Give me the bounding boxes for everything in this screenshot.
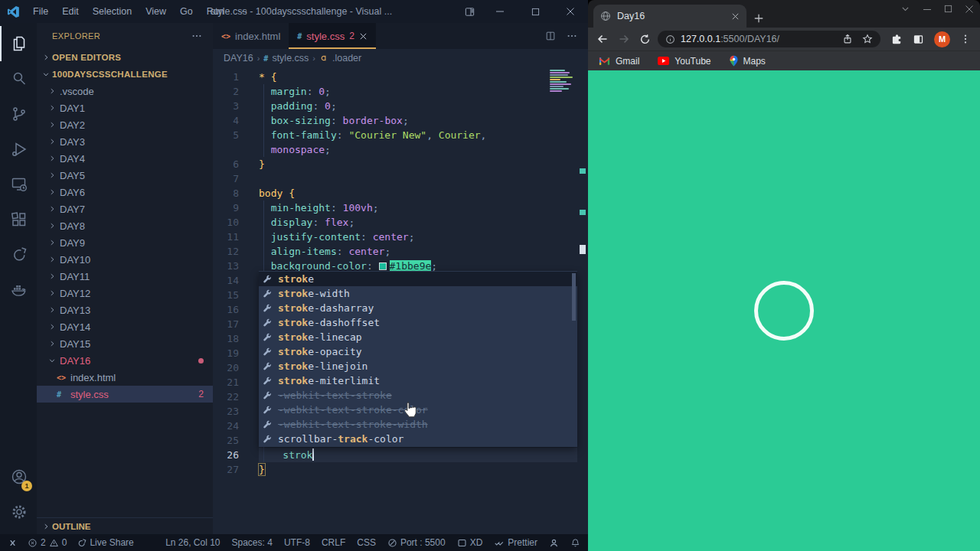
folder-day16[interactable]: DAY16 <box>37 352 213 369</box>
source-control-icon[interactable] <box>0 96 37 132</box>
layout-toggle-icon[interactable] <box>456 0 482 23</box>
prettier[interactable]: Prettier <box>494 537 537 548</box>
folder-day1[interactable]: DAY1 <box>37 99 213 116</box>
suggestion-stroke-opacity[interactable]: stroke-opacity <box>259 344 577 359</box>
folder-day5[interactable]: DAY5 <box>37 167 213 184</box>
settings-gear-icon[interactable] <box>0 494 37 530</box>
suggestion-stroke-linejoin[interactable]: stroke-linejoin <box>259 359 577 373</box>
bookmark-maps[interactable]: Maps <box>730 55 766 67</box>
menu-go[interactable]: Go <box>173 0 200 23</box>
extensions-puzzle-icon[interactable] <box>891 34 903 45</box>
menu-selection[interactable]: Selection <box>86 0 139 23</box>
outline-section[interactable]: OUTLINE <box>37 517 213 534</box>
browser-tab[interactable]: Day16 <box>593 5 746 28</box>
folder-day12[interactable]: DAY12 <box>37 285 213 302</box>
more-actions-icon[interactable] <box>567 31 577 41</box>
suggestion-stroke-linecap[interactable]: stroke-linecap <box>259 330 577 344</box>
live-share-icon[interactable] <box>0 237 37 272</box>
indentation[interactable]: Spaces: 4 <box>232 537 273 548</box>
folder-day9[interactable]: DAY9 <box>37 234 213 251</box>
breadcrumb-symbol[interactable]: .loader <box>332 53 361 64</box>
side-panel-icon[interactable] <box>913 34 924 45</box>
suggestion--webkit-text-stroke-width[interactable]: -webkit-text-stroke-width <box>259 417 577 432</box>
file-index-html[interactable]: <>index.html <box>37 369 213 386</box>
encoding[interactable]: UTF-8 <box>284 537 310 548</box>
suggestion-scrollbar-track-color[interactable]: scrollbar-track-color <box>259 432 577 446</box>
problems-status[interactable]: 2 0 <box>28 537 67 548</box>
suggestion-stroke[interactable]: stroke <box>259 272 577 286</box>
minimize-button[interactable] <box>923 5 932 14</box>
run-debug-icon[interactable] <box>0 132 37 167</box>
tab-index-html[interactable]: <> index.html <box>213 23 289 49</box>
breadcrumb-file[interactable]: style.css <box>272 53 309 64</box>
close-button[interactable] <box>553 0 588 23</box>
tab-close-icon[interactable] <box>359 32 368 41</box>
docker-icon[interactable] <box>0 272 37 308</box>
folder-day7[interactable]: DAY7 <box>37 201 213 217</box>
folder-day10[interactable]: DAY10 <box>37 251 213 268</box>
tab-style-css[interactable]: # style.css 2 <box>289 23 376 49</box>
kebab-menu-icon[interactable] <box>960 34 971 44</box>
cursor-position[interactable]: Ln 26, Col 10 <box>165 537 220 548</box>
extensions-icon[interactable] <box>0 202 37 237</box>
menu-view[interactable]: View <box>139 0 173 23</box>
url-bar[interactable]: 127.0.0.1:5500/DAY16/ <box>658 31 880 47</box>
account-icon[interactable]: 1 <box>0 459 37 494</box>
live-server-port[interactable]: Port : 5500 <box>387 537 446 548</box>
suggestion--webkit-text-stroke[interactable]: -webkit-text-stroke <box>259 388 577 403</box>
close-button[interactable] <box>965 5 974 14</box>
suggestion-stroke-miterlimit[interactable]: stroke-miterlimit <box>259 373 577 388</box>
folder-day11[interactable]: DAY11 <box>37 268 213 285</box>
folder-day13[interactable]: DAY13 <box>37 302 213 318</box>
folder-day3[interactable]: DAY3 <box>37 133 213 150</box>
folder-day8[interactable]: DAY8 <box>37 217 213 234</box>
folder-day4[interactable]: DAY4 <box>37 150 213 167</box>
site-info-icon[interactable] <box>665 34 675 44</box>
eol[interactable]: CRLF <box>322 537 345 548</box>
menu-edit[interactable]: Edit <box>55 0 86 23</box>
project-root-section[interactable]: 100DAYSCSSCHALLENGE <box>37 66 213 83</box>
folder-day14[interactable]: DAY14 <box>37 318 213 335</box>
dropdown-scrollbar[interactable] <box>572 273 576 321</box>
feedback[interactable] <box>549 538 559 548</box>
open-editors-section[interactable]: OPEN EDITORS <box>37 49 213 66</box>
back-icon[interactable] <box>594 33 611 45</box>
folder-day6[interactable]: DAY6 <box>37 184 213 201</box>
bookmark-youtube[interactable]: YouTube <box>658 56 710 67</box>
suggestion--webkit-text-stroke-color[interactable]: -webkit-text-stroke-color <box>259 403 577 417</box>
maximize-button[interactable] <box>944 5 952 13</box>
suggestion-label: stroke <box>278 272 314 286</box>
share-icon[interactable] <box>842 34 853 44</box>
folder-day15[interactable]: DAY15 <box>37 335 213 352</box>
language-mode[interactable]: CSS <box>357 537 376 548</box>
bookmark-star-icon[interactable] <box>862 34 873 44</box>
explorer-actions-icon[interactable] <box>191 31 202 41</box>
suggestion-stroke-width[interactable]: stroke-width <box>259 286 577 301</box>
remote-explorer-icon[interactable] <box>0 167 37 202</box>
forward-icon[interactable] <box>616 33 632 45</box>
maximize-button[interactable] <box>518 0 553 23</box>
new-tab-icon[interactable] <box>753 13 764 24</box>
remote-indicator-icon[interactable] <box>8 538 18 548</box>
tab-close-icon[interactable] <box>731 12 740 21</box>
search-icon[interactable] <box>0 61 37 96</box>
bookmark-gmail[interactable]: Gmail <box>599 56 639 67</box>
explorer-icon[interactable] <box>0 26 37 61</box>
folder-day2[interactable]: DAY2 <box>37 116 213 133</box>
split-editor-icon[interactable] <box>545 31 556 41</box>
file-style-css[interactable]: #style.css2 <box>37 386 213 403</box>
suggestion-stroke-dasharray[interactable]: stroke-dasharray <box>259 301 577 315</box>
menu-file[interactable]: File <box>26 0 55 23</box>
chevron-down-icon[interactable] <box>900 4 910 14</box>
code-editor[interactable]: 1* {2 margin: 0;3 padding: 0;4 box-sizin… <box>213 67 588 534</box>
suggestion-stroke-dashoffset[interactable]: stroke-dashoffset <box>259 315 577 330</box>
xd-extension[interactable]: XD <box>457 537 483 548</box>
breadcrumb-folder[interactable]: DAY16 <box>224 53 253 64</box>
live-share-status[interactable]: Live Share <box>77 537 133 548</box>
minimize-button[interactable] <box>482 0 518 23</box>
minimap[interactable] <box>550 70 576 109</box>
notifications[interactable] <box>570 538 580 548</box>
folder-vscode[interactable]: .vscode <box>37 83 213 99</box>
reload-icon[interactable] <box>637 34 653 45</box>
profile-avatar[interactable]: M <box>934 31 950 47</box>
